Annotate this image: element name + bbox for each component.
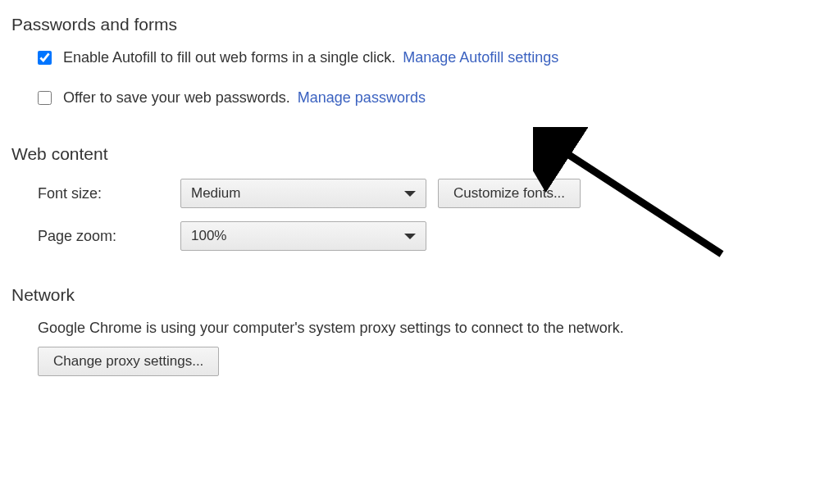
autofill-label: Enable Autofill to fill out web forms in… bbox=[63, 49, 558, 66]
section-passwords-and-forms: Passwords and forms Enable Autofill to f… bbox=[0, 0, 820, 107]
save-passwords-label-text: Offer to save your web passwords. bbox=[63, 89, 290, 106]
customize-fonts-button[interactable]: Customize fonts... bbox=[438, 179, 581, 208]
section-web-content: Web content Font size: Medium Customize … bbox=[0, 129, 820, 251]
save-passwords-row: Offer to save your web passwords. Manage… bbox=[38, 89, 820, 107]
passwords-options: Enable Autofill to fill out web forms in… bbox=[11, 49, 820, 107]
page-zoom-value: 100% bbox=[191, 228, 226, 244]
autofill-label-text: Enable Autofill to fill out web forms in… bbox=[63, 49, 395, 66]
autofill-row: Enable Autofill to fill out web forms in… bbox=[38, 49, 820, 66]
font-size-dropdown[interactable]: Medium bbox=[180, 179, 426, 208]
save-passwords-checkbox[interactable] bbox=[38, 91, 52, 105]
font-size-value: Medium bbox=[191, 185, 240, 202]
save-passwords-label: Offer to save your web passwords. Manage… bbox=[63, 89, 426, 107]
heading-web-content: Web content bbox=[11, 129, 820, 179]
font-size-label: Font size: bbox=[38, 185, 180, 202]
section-network: Network Google Chrome is using your comp… bbox=[0, 270, 820, 376]
chevron-down-icon bbox=[404, 191, 416, 197]
page-zoom-dropdown[interactable]: 100% bbox=[180, 221, 426, 251]
change-proxy-button[interactable]: Change proxy settings... bbox=[38, 347, 219, 376]
font-size-row: Font size: Medium Customize fonts... bbox=[38, 179, 820, 208]
manage-autofill-link[interactable]: Manage Autofill settings bbox=[403, 49, 558, 66]
chevron-down-icon bbox=[404, 234, 416, 239]
web-content-options: Font size: Medium Customize fonts... Pag… bbox=[11, 179, 820, 251]
heading-network: Network bbox=[11, 270, 820, 320]
heading-passwords-and-forms: Passwords and forms bbox=[11, 0, 820, 49]
network-options: Google Chrome is using your computer's s… bbox=[11, 320, 820, 376]
manage-passwords-link[interactable]: Manage passwords bbox=[298, 89, 426, 106]
page-zoom-row: Page zoom: 100% bbox=[38, 221, 820, 251]
page-zoom-label: Page zoom: bbox=[38, 228, 180, 245]
autofill-checkbox[interactable] bbox=[38, 51, 52, 65]
network-description: Google Chrome is using your computer's s… bbox=[38, 320, 820, 337]
